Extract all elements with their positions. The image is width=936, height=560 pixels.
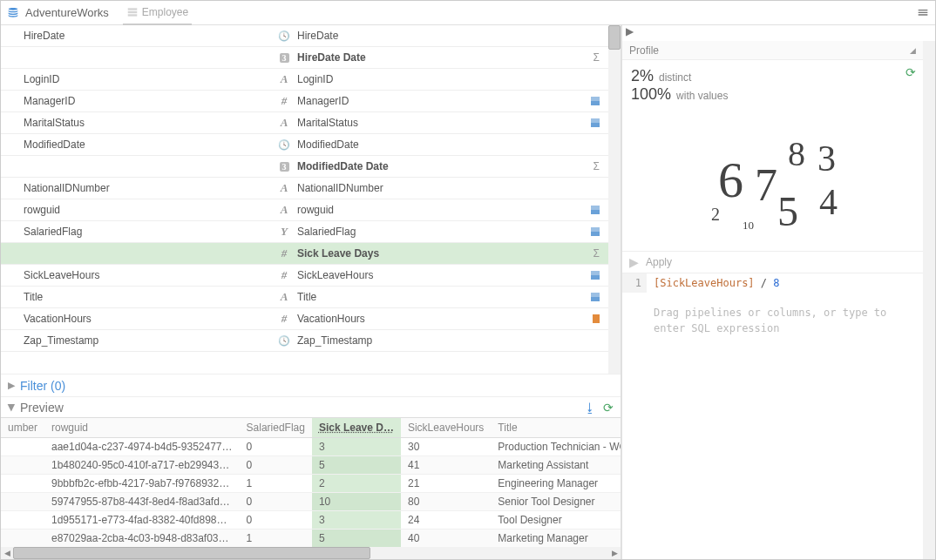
mapping-source: Zap_Timestamp <box>24 334 276 347</box>
mapping-target: ModifiedDate <box>276 138 573 152</box>
top-bar: AdventureWorks Employee <box>1 1 935 25</box>
table-cell: e87029aa-2cba-4c03-b948-d83af03… <box>44 530 240 548</box>
table-row[interactable]: 59747955-87b8-443f-8ed4-f8ad3afd…01080Se… <box>1 493 621 511</box>
profile-scrollbar[interactable] <box>923 41 935 559</box>
scroll-left-arrow-icon[interactable]: ◀ <box>1 547 13 559</box>
grid-marker-icon <box>591 97 600 105</box>
panel-collapse-arrow-icon[interactable]: ▶ <box>622 25 935 41</box>
table-cell: Engineering Manager <box>491 475 621 493</box>
table-cell: 1 <box>240 530 312 548</box>
mapping-target-name: Title <box>297 291 316 303</box>
table-cell: 24 <box>401 511 491 530</box>
preview-section-header[interactable]: ▶ Preview ⭳ ⟳ <box>1 396 621 417</box>
filter-section-header[interactable]: ▶ Filter (0) <box>1 374 621 396</box>
apply-button[interactable]: ▶ Apply <box>622 251 923 273</box>
sigma-icon: Σ <box>593 247 600 260</box>
table-cell: 30 <box>401 438 491 456</box>
mapping-target-name: ManagerID <box>297 95 349 107</box>
wordcloud-value: 10 <box>743 219 754 233</box>
mapping-marker <box>573 271 608 280</box>
mapping-target: NationalIDNumber <box>276 181 573 195</box>
mapping-target-name: rowguid <box>297 204 334 216</box>
column-header[interactable]: umber <box>1 418 44 438</box>
mapping-row[interactable]: NationalIDNumberNationalIDNumber <box>1 178 608 199</box>
preview-h-scrollbar[interactable]: ◀ ▶ <box>1 547 621 559</box>
datatype-icon <box>276 159 292 173</box>
table-row[interactable]: 9bbbfb2c-efbb-4217-9ab7-f9768932…1221Eng… <box>1 475 621 493</box>
mapping-source: NationalIDNumber <box>24 182 276 194</box>
mapping-source: Title <box>24 291 276 303</box>
mapping-row[interactable]: ModifiedDateModifiedDate <box>1 134 608 156</box>
grid-marker-icon <box>591 118 600 127</box>
table-row[interactable]: aae1d04a-c237-4974-b4d5-9352477…0330Prod… <box>1 438 621 456</box>
mapping-target-name: Sick Leave Days <box>297 247 379 260</box>
mapping-marker <box>573 314 608 323</box>
dropdown-icon[interactable]: ◢ <box>910 46 916 55</box>
mapping-row[interactable]: MaritalStatusMaritalStatus <box>1 112 608 134</box>
datatype-icon <box>276 290 292 304</box>
mapping-target-name: HireDate <box>297 30 338 42</box>
profile-refresh-icon[interactable]: ⟳ <box>905 65 916 79</box>
table-cell: Marketing Manager <box>491 530 621 548</box>
mapping-target: MaritalStatus <box>276 116 573 130</box>
mapping-row[interactable]: rowguidrowguid <box>1 199 608 221</box>
mapping-source: rowguid <box>24 204 276 216</box>
mapping-target: Sick Leave Days <box>276 246 573 260</box>
column-header[interactable]: SickLeaveHours <box>401 418 491 438</box>
values-label: with values <box>676 90 728 102</box>
mapping-row[interactable]: SalariedFlagSalariedFlag <box>1 221 608 243</box>
play-icon: ▶ <box>629 255 639 269</box>
mapping-row[interactable]: Sick Leave DaysΣ <box>1 243 608 265</box>
mapping-target: HireDate Date <box>276 51 573 64</box>
mapping-row[interactable]: TitleTitle <box>1 287 608 308</box>
wordcloud-value: 7 <box>755 159 777 211</box>
column-header[interactable]: SalariedFlag <box>240 418 312 438</box>
tab-employee[interactable]: Employee <box>123 1 192 25</box>
download-icon[interactable]: ⭳ <box>584 401 596 415</box>
table-cell: Marketing Assistant <box>491 456 621 475</box>
table-cell: 0 <box>240 456 312 475</box>
expression-code[interactable]: [SickLeaveHours] / 8 <box>647 277 780 289</box>
table-cell: 59747955-87b8-443f-8ed4-f8ad3afd… <box>44 493 240 511</box>
preview-label: Preview <box>20 401 64 415</box>
scroll-right-arrow-icon[interactable]: ▶ <box>608 547 621 559</box>
mapping-source: ModifiedDate <box>24 138 276 151</box>
mapping-marker: Σ <box>573 247 608 260</box>
mapping-row[interactable]: ModifiedDate DateΣ <box>1 156 608 178</box>
mapping-row[interactable]: VacationHoursVacationHours <box>1 308 608 330</box>
mapping-marker: Σ <box>573 160 608 172</box>
menu-icon[interactable] <box>916 6 930 20</box>
table-row[interactable]: 1b480240-95c0-410f-a717-eb29943…0541Mark… <box>1 456 621 475</box>
table-row[interactable]: 1d955171-e773-4fad-8382-40fd898…0324Tool… <box>1 511 621 530</box>
mapping-row[interactable]: Zap_TimestampZap_Timestamp <box>1 330 608 352</box>
mapping-row[interactable]: HireDateHireDate <box>1 25 608 47</box>
table-cell: Senior Tool Designer <box>491 493 621 511</box>
mapping-target: SalariedFlag <box>276 225 573 239</box>
datatype-icon <box>276 29 292 43</box>
sigma-icon: Σ <box>593 160 600 172</box>
mapping-scrollbar[interactable] <box>608 25 621 374</box>
mapping-source: HireDate <box>24 30 276 42</box>
wordcloud-value: 5 <box>777 187 798 235</box>
mapping-row[interactable]: LoginIDLoginID <box>1 69 608 91</box>
tab-label: Employee <box>142 6 188 18</box>
table-row[interactable]: e87029aa-2cba-4c03-b948-d83af03…1540Mark… <box>1 530 621 548</box>
profile-panel-header[interactable]: Profile ◢ <box>622 41 923 60</box>
column-header[interactable]: Title <box>491 418 621 438</box>
svg-rect-0 <box>128 8 138 10</box>
wordcloud-value: 6 <box>718 151 743 209</box>
mapping-row[interactable]: ManagerIDManagerID <box>1 91 608 112</box>
refresh-icon[interactable]: ⟳ <box>603 401 614 415</box>
mapping-source: LoginID <box>24 73 276 85</box>
mapping-target: Zap_Timestamp <box>276 334 573 347</box>
mapping-target-name: HireDate Date <box>297 51 366 64</box>
mapping-row[interactable]: HireDate DateΣ <box>1 47 608 69</box>
mapping-target-name: ModifiedDate <box>297 138 359 151</box>
column-header[interactable]: rowguid <box>44 418 240 438</box>
column-header[interactable]: Sick Leave D… <box>312 418 401 438</box>
datatype-icon <box>276 94 292 108</box>
profile-wordcloud: 678325410 <box>631 107 914 251</box>
expression-editor[interactable]: 1 [SickLeaveHours] / 8 <box>622 273 923 293</box>
mapping-target: ManagerID <box>276 94 573 108</box>
mapping-row[interactable]: SickLeaveHoursSickLeaveHours <box>1 265 608 287</box>
